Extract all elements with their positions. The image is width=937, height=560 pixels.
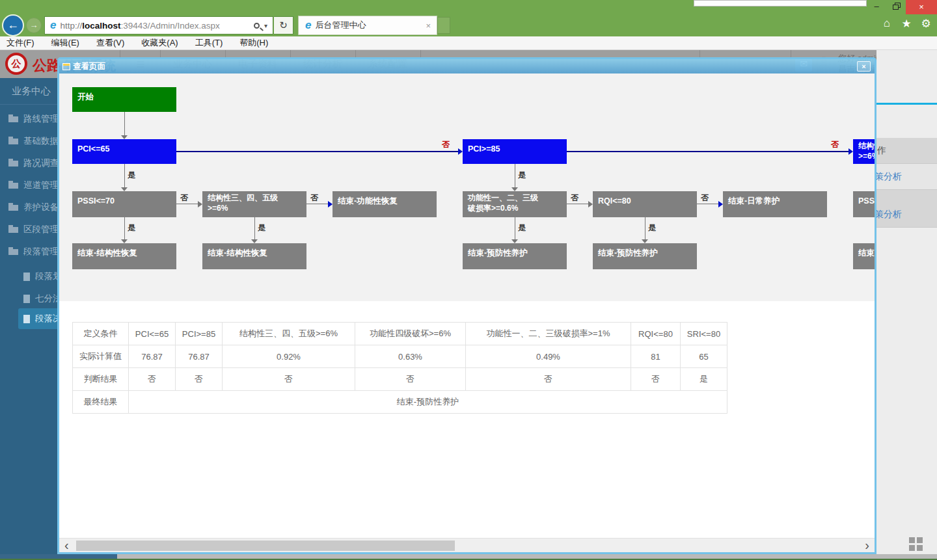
flow-arrowhead xyxy=(642,239,648,243)
menu-view[interactable]: 查看(V) xyxy=(96,37,124,49)
table-row-values: 实际计算值 76.87 76.87 0.92% 0.63% 0.49% 81 6… xyxy=(73,345,727,368)
flow-label-yes: 是 xyxy=(128,170,135,181)
folder-icon xyxy=(8,249,18,255)
result-cell: 否 xyxy=(466,368,631,391)
result-cell: 否 xyxy=(176,368,223,391)
flow-node-pssi-cut: PSSI<=70 xyxy=(853,191,875,217)
sidebar-item-label: 段落管理 xyxy=(23,246,59,258)
result-cell: 否 xyxy=(223,368,355,391)
flow-node-structural-345: 结构性三、四、五级 >=6% xyxy=(202,191,306,217)
flow-arrow xyxy=(697,204,718,204)
home-icon[interactable]: ⌂ xyxy=(880,17,894,31)
flow-arrow xyxy=(515,217,515,239)
ie-icon: e xyxy=(50,19,56,32)
sidebar-item-label: 路线管理 xyxy=(23,113,59,125)
search-icon[interactable] xyxy=(254,23,260,29)
app-logo-icon: 公 xyxy=(5,53,27,75)
menu-edit[interactable]: 编辑(E) xyxy=(51,37,79,49)
flow-node-end-preventive-maintenance: 结束-预防性养护 xyxy=(463,243,567,269)
dialog-body: 开始 PCI<=65 PCI>=85 结构性三、四、五级 >=6% PSSI<=… xyxy=(59,73,875,552)
flow-arrow xyxy=(515,164,515,187)
flow-arrow xyxy=(567,151,849,152)
result-cell: 否 xyxy=(129,368,176,391)
document-icon xyxy=(23,315,30,323)
folder-icon xyxy=(8,183,18,189)
decision-table: 定义条件 PCI<=65 PCI>=85 结构性三、四、五级>=6% 功能性四级… xyxy=(72,322,727,414)
ie-tab-icon: e xyxy=(305,19,311,32)
favorites-star-icon[interactable]: ★ xyxy=(899,17,914,31)
forward-button[interactable]: → xyxy=(26,18,42,33)
condition-cell: PCI<=65 xyxy=(129,323,176,345)
result-cell: 是 xyxy=(681,368,727,391)
value-cell: 65 xyxy=(681,345,727,368)
scroll-right-icon[interactable]: › xyxy=(865,539,869,552)
back-button[interactable]: ← xyxy=(2,14,24,36)
horizontal-scrollbar[interactable]: ‹ › xyxy=(59,538,875,552)
folder-icon xyxy=(8,227,18,233)
value-cell: 0.49% xyxy=(466,345,631,368)
page-bottom-strip xyxy=(117,554,937,559)
grid-layout-icon[interactable] xyxy=(909,537,923,552)
menu-favorites[interactable]: 收藏夹(A) xyxy=(141,37,178,49)
value-cell: 76.87 xyxy=(129,345,176,368)
flow-arrow xyxy=(176,204,198,204)
document-icon xyxy=(23,295,30,303)
flow-arrow xyxy=(645,217,645,239)
menu-tools[interactable]: 工具(T) xyxy=(195,37,223,49)
flow-label-no: 否 xyxy=(180,193,188,204)
scrollbar-thumb[interactable] xyxy=(76,540,455,551)
close-button[interactable]: × xyxy=(906,0,937,14)
final-result-cell: 结束-预防性养护 xyxy=(129,391,727,414)
condition-cell: SRI<=80 xyxy=(681,323,727,345)
value-cell: 0.63% xyxy=(355,345,466,368)
address-bar[interactable]: e http://localhost:39443/Admin/Index.asp… xyxy=(44,16,273,34)
browser-menu-bar: 文件(F) 编辑(E) 查看(V) 收藏夹(A) 工具(T) 帮助(H) xyxy=(0,36,937,50)
table-row-conditions: 定义条件 PCI<=65 PCI>=85 结构性三、四、五级>=6% 功能性四级… xyxy=(73,323,727,345)
flow-arrow xyxy=(124,217,125,239)
row-label: 实际计算值 xyxy=(73,345,129,368)
tab-close-icon[interactable]: × xyxy=(424,21,433,31)
folder-icon xyxy=(8,161,18,167)
flow-arrow xyxy=(176,151,458,152)
condition-cell: 功能性四级破坏>=6% xyxy=(355,323,466,345)
flow-node-structural-345: 结构性三、四、五级 >=6% xyxy=(853,139,875,164)
minimize-button[interactable]: – xyxy=(867,0,886,14)
flow-label-yes: 是 xyxy=(128,222,135,233)
refresh-button[interactable]: ↻ xyxy=(274,16,293,34)
row-label: 判断结果 xyxy=(73,368,129,391)
browser-tab[interactable]: e 后台管理中心 × xyxy=(298,16,437,35)
url-dropdown-caret-icon[interactable]: ▾ xyxy=(264,22,267,29)
flow-arrowhead xyxy=(328,201,333,207)
flow-arrowhead xyxy=(121,187,128,191)
tab-title: 后台管理中心 xyxy=(315,20,424,31)
flow-arrowhead xyxy=(588,201,593,207)
dialog-titlebar[interactable]: 查看页面 × xyxy=(59,59,875,73)
dialog-title: 查看页面 xyxy=(73,61,105,72)
menu-help[interactable]: 帮助(H) xyxy=(239,37,268,49)
new-tab-button[interactable] xyxy=(437,17,450,34)
flow-label-yes: 是 xyxy=(518,222,526,233)
address-bar-row: ← → e http://localhost:39443/Admin/Index… xyxy=(0,14,937,36)
menu-file[interactable]: 文件(F) xyxy=(7,37,34,49)
restore-button[interactable] xyxy=(886,0,906,14)
scroll-left-icon[interactable]: ‹ xyxy=(64,539,69,552)
flow-arrowhead xyxy=(198,201,202,207)
value-cell: 76.87 xyxy=(176,345,223,368)
flow-arrowhead xyxy=(251,239,258,243)
folder-icon xyxy=(8,116,18,122)
flow-node-pssi-le-70: PSSI<=70 xyxy=(72,191,176,217)
flow-node-functional-123: 功能性一、二、三级 破损率>=0.6% xyxy=(463,191,567,217)
row-label: 最终结果 xyxy=(73,391,129,414)
settings-gear-icon[interactable]: ⚙ xyxy=(919,17,933,31)
notification-strip xyxy=(694,0,867,7)
flow-node-end-structural-recovery: 结束-结构性恢复 xyxy=(202,243,306,269)
flow-label-no: 否 xyxy=(831,139,839,150)
flow-arrowhead xyxy=(511,239,518,243)
flow-label-no: 否 xyxy=(442,139,450,150)
row-label: 定义条件 xyxy=(73,323,129,345)
background-content-fragment: 操作 决策分析 决策分析 xyxy=(876,50,937,560)
flow-label-yes: 是 xyxy=(518,170,526,181)
sidebar-item-label: 区段管理 xyxy=(23,224,59,235)
dialog-close-button[interactable]: × xyxy=(857,61,871,72)
flow-label-no: 否 xyxy=(310,193,318,204)
